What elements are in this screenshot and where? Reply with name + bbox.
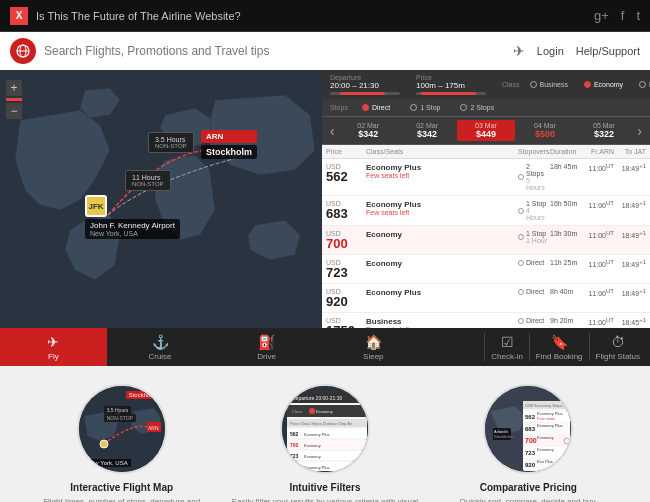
flight-status-icon: ⏱: [611, 334, 625, 350]
feature-filters-circle: Departure 20:00-21:30 Class Economy Pric…: [280, 384, 370, 474]
svg-rect-22: [287, 440, 367, 449]
svg-rect-25: [287, 451, 367, 460]
svg-text:ARN: ARN: [148, 425, 159, 431]
svg-point-15: [309, 408, 315, 414]
class-business-label: Business: [540, 81, 568, 88]
separator-2: [529, 333, 530, 361]
date-item-1[interactable]: 02 Mar $342: [398, 120, 457, 141]
mini-filter-preview: Departure 20:00-21:30 Class Economy Pric…: [282, 386, 368, 472]
flight-row-2[interactable]: USD700 Economy 1 Stop1 Hour 13h 30m 11:0…: [322, 226, 650, 255]
date-next[interactable]: ›: [633, 123, 646, 139]
svg-point-5: [100, 440, 108, 448]
date-prev[interactable]: ‹: [326, 123, 339, 139]
svg-text:Economy: Economy: [537, 447, 554, 452]
tab-drive-label: Drive: [257, 352, 276, 361]
zoom-in-button[interactable]: +: [6, 80, 22, 96]
mini-map-preview: ARN ✈ New York, USA Stockholm 3.5 Hours …: [79, 386, 165, 472]
google-plus-icon[interactable]: g+: [594, 8, 609, 23]
map-area: + − ✈ JFK John F. Kennedy Airport New Yo…: [0, 70, 322, 328]
sleep-icon: 🏠: [365, 334, 382, 350]
tab-cruise-label: Cruise: [148, 352, 171, 361]
svg-text:562: 562: [525, 414, 536, 420]
tab-cruise[interactable]: ⚓ Cruise: [107, 328, 214, 366]
origin-name: John F. Kennedy Airport: [90, 221, 175, 230]
origin-city: New York, USA: [90, 230, 175, 237]
tab-drive[interactable]: ⛽ Drive: [213, 328, 320, 366]
svg-text:USD  Economy  Stops: USD Economy Stops: [525, 403, 563, 408]
facebook-icon[interactable]: f: [621, 8, 625, 23]
destination-label: Stockholm: [201, 145, 257, 159]
date-item-3[interactable]: 04 Mar $500: [515, 120, 574, 141]
drive-icon: ⛽: [258, 334, 275, 350]
find-booking-action[interactable]: 🔖 Find Booking: [536, 334, 583, 361]
date-item-0[interactable]: 02 Mar $342: [339, 120, 398, 141]
stops-filter-label: Stops: [330, 104, 348, 111]
stops-2[interactable]: 2 Stops: [454, 102, 500, 113]
separator-1: [484, 333, 485, 361]
class-economy[interactable]: Economy: [578, 79, 629, 90]
feature-map-title: Interactive Flight Map: [70, 482, 173, 493]
svg-text:Economy: Economy: [304, 443, 321, 448]
flights-list: USD562 Economy PlusFew seats left 2 Stop…: [322, 159, 650, 328]
flight-status-action[interactable]: ⏱ Flight Status: [596, 334, 640, 361]
globe-icon[interactable]: [10, 38, 36, 64]
departure-slider[interactable]: [330, 92, 400, 95]
filter-bar: Departure 20:00 – 21:30 Price 100m – 175…: [322, 70, 650, 99]
logo: X: [10, 7, 28, 25]
flight-row-1[interactable]: USD683 Economy PlusFew seats left 1 Stop…: [322, 196, 650, 226]
checkin-label: Check-in: [491, 352, 523, 361]
help-link[interactable]: Help/Support: [576, 45, 640, 57]
price-range: 100m – 175m: [416, 81, 486, 90]
feature-pricing-desc: Quickly sort, compare, decide and buy.: [459, 496, 597, 502]
feature-map-circle: ARN ✈ New York, USA Stockholm 3.5 Hours …: [77, 384, 167, 474]
mini-time-label: 3.5 Hours: [104, 406, 132, 414]
flight-row-5[interactable]: USD1750 BusinessFew seats left Direct 9h…: [322, 313, 650, 328]
class-plus[interactable]: Plus: [633, 79, 650, 90]
svg-text:700: 700: [290, 442, 299, 448]
col-header-price: Price: [326, 148, 364, 155]
departure-filter: Departure 20:00 – 21:30: [330, 74, 400, 95]
find-booking-icon: 🔖: [551, 334, 568, 350]
checkin-action[interactable]: ☑ Check-in: [491, 334, 523, 361]
stops-1[interactable]: 1 Stop: [404, 102, 446, 113]
login-link[interactable]: Login: [537, 45, 564, 57]
tab-sleep[interactable]: 🏠 Sleep: [320, 328, 427, 366]
class-business[interactable]: Business: [524, 79, 574, 90]
flight-stop2: NON-STOP: [132, 181, 164, 187]
origin-label: John F. Kennedy Airport New York, USA: [85, 219, 180, 239]
results-panel: Departure 20:00 – 21:30 Price 100m – 175…: [322, 70, 650, 328]
zoom-indicator: [6, 98, 22, 101]
twitter-icon[interactable]: t: [636, 8, 640, 23]
feature-map-desc: Flight times, number of stops, departure…: [28, 496, 215, 502]
fly-icon: ✈: [47, 334, 59, 350]
search-right: ✈ Login Help/Support: [513, 43, 640, 59]
feature-pricing: USD Economy Stops 562 Economy Plus Few s…: [427, 384, 630, 502]
col-header-duration: Duration: [550, 148, 582, 155]
search-input[interactable]: [44, 44, 505, 58]
departure-range: 20:00 – 21:30: [330, 81, 400, 90]
social-icons: g+ f t: [594, 8, 640, 23]
flight-time-bubble2: 11 Hours NON-STOP: [125, 170, 171, 191]
bottom-actions: ☑ Check-in 🔖 Find Booking ⏱ Flight Statu…: [427, 328, 650, 366]
flight-row-4[interactable]: USD920 Economy Plus Direct 8h 40m 11:00U…: [322, 284, 650, 313]
find-booking-label: Find Booking: [536, 352, 583, 361]
date-item-2[interactable]: 03 Mar $449: [457, 120, 516, 141]
tab-fly[interactable]: ✈ Fly: [0, 328, 107, 366]
date-item-4[interactable]: 05 Mar $322: [574, 120, 633, 141]
price-slider[interactable]: [416, 92, 486, 95]
svg-text:920: 920: [525, 462, 536, 468]
mini-nonstop-label: NON-STOP: [104, 414, 136, 422]
svg-text:562: 562: [290, 431, 299, 437]
col-header-stops: Stopovers: [518, 148, 548, 155]
col-header-dep: Fr.ARN: [584, 148, 614, 155]
checkin-icon: ☑: [501, 334, 514, 350]
flight-row-3[interactable]: USD723 Economy Direct 11h 25m 11:00UT 18…: [322, 255, 650, 284]
flight-row-0[interactable]: USD562 Economy PlusFew seats left 2 Stop…: [322, 159, 650, 196]
stops-direct[interactable]: Direct: [356, 102, 396, 113]
svg-text:Economy Plus: Economy Plus: [304, 432, 330, 437]
zoom-out-button[interactable]: −: [6, 103, 22, 119]
location-icon[interactable]: ✈: [513, 43, 525, 59]
flight-status-label: Flight Status: [596, 352, 640, 361]
mini-jfk-label: New York, USA: [84, 459, 131, 467]
flight-time: 3.5 Hours: [155, 136, 187, 143]
